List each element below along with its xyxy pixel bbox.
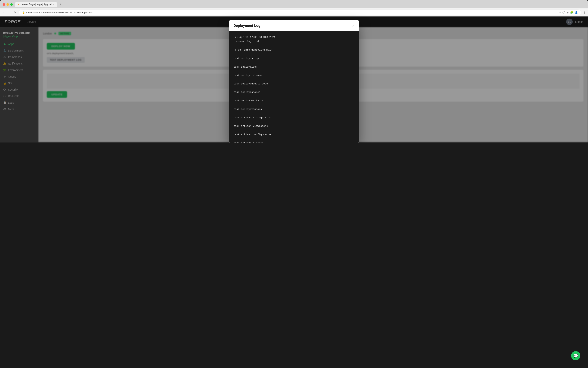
log-content: Fri Apr 16 17:09:08 UTC 2021 connecting … — [233, 35, 355, 143]
back-button[interactable]: ‹ — [2, 10, 6, 14]
deployment-log-modal: Deployment Log × Fri Apr 16 17:09:08 UTC… — [229, 20, 359, 143]
address-bar-area: ‹ › ↻ 🔒 forge.laravel.com/servers/457363… — [0, 9, 588, 17]
browser-titlebar: F Laravel Forge | forge.jollygood × + — [0, 0, 588, 9]
tab-title: Laravel Forge | forge.jollygood — [20, 3, 52, 6]
modal-close-button[interactable]: × — [352, 24, 355, 28]
close-window-button[interactable] — [3, 3, 5, 6]
browser-icons: ⋮ — [583, 11, 586, 14]
profile-icon[interactable]: 👤 — [575, 11, 578, 14]
shield-icon[interactable]: ⓘ — [562, 11, 565, 14]
active-tab[interactable]: F Laravel Forge | forge.jollygood × — [15, 2, 57, 7]
maximize-window-button[interactable] — [10, 3, 13, 6]
tab-close-button[interactable]: × — [53, 3, 54, 6]
extensions-icon[interactable]: 🧩 — [570, 11, 573, 14]
tab-favicon: F — [18, 3, 19, 6]
reload-button[interactable]: ↻ — [12, 10, 17, 14]
menu-icon[interactable]: ⋮ — [583, 11, 586, 14]
new-tab-button[interactable]: + — [58, 2, 63, 7]
modal-body: Fri Apr 16 17:09:08 UTC 2021 connecting … — [229, 31, 359, 143]
lock-icon: 🔒 — [22, 11, 25, 14]
modal-overlay[interactable]: Deployment Log × Fri Apr 16 17:09:08 UTC… — [0, 17, 588, 143]
add-icon[interactable]: ⊕ — [567, 11, 569, 14]
minimize-window-button[interactable] — [7, 3, 9, 6]
url-text: forge.laravel.com/servers/457363/sites/1… — [26, 11, 93, 14]
modal-title: Deployment Log — [233, 24, 260, 28]
traffic-lights — [3, 3, 13, 6]
app-wrapper: FORGE Servers EL Elegon forge.jollygood.… — [0, 17, 588, 143]
forward-button[interactable]: › — [8, 10, 11, 14]
tab-bar: F Laravel Forge | forge.jollygood × + — [15, 2, 585, 7]
browser-window: F Laravel Forge | forge.jollygood × + ‹ … — [0, 0, 588, 17]
address-bar-actions: ☆ ⓘ ⊕ 🧩 👤 — [559, 11, 578, 14]
bookmark-icon[interactable]: ☆ — [559, 11, 561, 14]
url-bar[interactable]: 🔒 forge.laravel.com/servers/457363/sites… — [19, 9, 581, 15]
modal-header: Deployment Log × — [229, 20, 359, 31]
